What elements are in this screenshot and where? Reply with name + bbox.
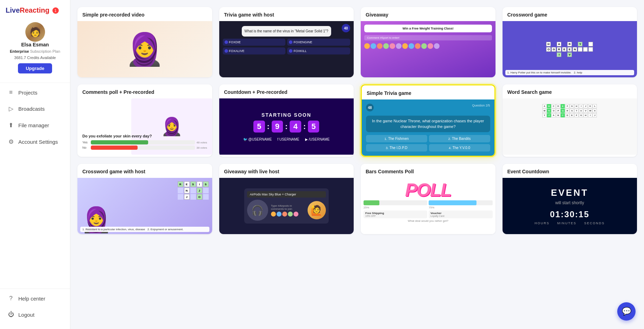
help-icon: ? [7, 295, 15, 302]
card-giveaway-live-host[interactable]: Giveaway with live host AirPods Max Sky … [219, 164, 354, 234]
card-title-giveaway: Giveaway [361, 7, 495, 21]
template-grid: Simple pre-recorded video 🧕 Trivia game … [77, 0, 637, 234]
card-event-countdown[interactable]: Event Countdown EVENT will start shortly… [503, 164, 637, 234]
card-trivia-host[interactable]: Trivia game with host 40 What is the nam… [219, 7, 354, 77]
card-thumb-simple-trivia: 48 Question 2/5 In the game Nuclear Thro… [362, 99, 494, 156]
card-simple-prerecorded[interactable]: Simple pre-recorded video 🧕 [77, 7, 212, 77]
upgrade-button[interactable]: Upgrade [18, 63, 52, 73]
card-crossword-game[interactable]: Crossword game H A R Y O G [503, 7, 637, 77]
sidebar-label-account-settings: Account Settings [18, 139, 58, 145]
logout-icon: ⏻ [7, 311, 15, 318]
sidebar-item-account-settings[interactable]: ⚙ Account Settings [0, 134, 70, 150]
card-thumb-bars-comments-poll: POLL 25% 75% [361, 178, 495, 234]
avatar: 🧑 [25, 22, 45, 42]
card-thumb-crossword-game: H A R Y O G R E E N [503, 21, 637, 77]
account-settings-icon: ⚙ [7, 138, 15, 146]
card-title-countdown-prerecorded: Countdown + Pre-recorded [219, 84, 354, 98]
card-thumb-trivia-host: 40 What is the name of the virus in "Met… [219, 21, 354, 77]
logo-wrap[interactable]: LiveReacting 1 [0, 6, 59, 14]
credits-text: 3681.7 Credits Available [14, 56, 56, 60]
card-title-trivia-host: Trivia game with host [219, 7, 354, 21]
card-thumb-giveaway-live-host: AirPods Max Sky Blue + Charger 🎧 Type #A… [219, 178, 354, 234]
sidebar-item-file-manager[interactable]: ⬆ File manager [0, 117, 70, 134]
card-thumb-event-countdown: EVENT will start shortly 01:30:15 HOURS … [503, 178, 637, 234]
card-simple-trivia[interactable]: Simple Trivia game 48 Question 2/5 In th… [361, 84, 495, 157]
sidebar-label-broadcasts: Broadcasts [18, 106, 45, 112]
card-title-bars-comments-poll: Bars Comments Poll [361, 164, 495, 178]
card-thumb-giveaway: Win a Free Weight Training Class! Commen… [361, 21, 495, 77]
projects-icon: ≡ [7, 89, 15, 96]
main-content: Simple pre-recorded video 🧕 Trivia game … [70, 0, 644, 329]
sidebar-bottom: ? Help center ⏻ Logout [0, 287, 70, 323]
broadcasts-icon: ▷ [7, 105, 15, 112]
sidebar-item-logout[interactable]: ⏻ Logout [0, 307, 70, 323]
chat-icon: 💬 [622, 307, 631, 316]
user-name: Elsa Esman [21, 42, 49, 47]
sidebar-label-logout: Logout [18, 312, 34, 318]
logo-text: LiveReacting [6, 6, 50, 14]
card-crossword-host[interactable]: Crossword game with host 🧕 R E S I S N J [77, 164, 212, 234]
sidebar-label-projects: Projects [18, 90, 37, 96]
sidebar-item-broadcasts[interactable]: ▷ Broadcasts [0, 101, 70, 117]
file-manager-icon: ⬆ [7, 122, 15, 129]
card-bars-comments-poll[interactable]: Bars Comments Poll POLL 25% 75% [361, 164, 495, 234]
card-title-simple-prerecorded: Simple pre-recorded video [77, 7, 212, 21]
card-thumb-crossword-host: 🧕 R E S I S N J J [77, 178, 212, 234]
card-comments-poll-prerecorded[interactable]: Comments poll + Pre-recorded 🧕 Do you ex… [77, 84, 212, 157]
card-thumb-simple-prerecorded: 🧕 [77, 21, 212, 77]
card-title-event-countdown: Event Countdown [503, 164, 637, 178]
subscription-text: Enterprise Subscription Plan [10, 49, 60, 54]
card-title-giveaway-live-host: Giveaway with live host [219, 164, 354, 178]
card-title-simple-trivia: Simple Trivia game [362, 85, 494, 99]
card-title-crossword-host: Crossword game with host [77, 164, 212, 178]
card-thumb-word-search: A B C D E F G H I J K L M N O [503, 98, 637, 155]
sidebar-item-help-center[interactable]: ? Help center [0, 290, 70, 307]
card-title-crossword-game: Crossword game [503, 7, 637, 21]
notification-badge: 1 [52, 7, 59, 14]
sidebar: LiveReacting 1 🧑 Elsa Esman Enterprise S… [0, 0, 70, 329]
chat-bubble[interactable]: 💬 [617, 302, 636, 321]
card-countdown-prerecorded[interactable]: Countdown + Pre-recorded STARTING SOON 5… [219, 84, 354, 157]
card-title-word-search: Word Search game [503, 84, 637, 98]
card-giveaway[interactable]: Giveaway Win a Free Weight Training Clas… [361, 7, 495, 77]
sidebar-label-file-manager: File manager [18, 122, 49, 128]
sidebar-label-help-center: Help center [18, 296, 45, 302]
card-title-comments-poll-prerecorded: Comments poll + Pre-recorded [77, 84, 212, 98]
card-thumb-comments-poll-prerecorded: 🧕 Do you exfoliate your skin every day? … [77, 98, 212, 155]
card-thumb-countdown-prerecorded: STARTING SOON 5 : 9 : 4 : 5 🐦 @USERNAME … [219, 98, 354, 155]
sidebar-item-projects[interactable]: ≡ Projects [0, 84, 70, 101]
card-word-search[interactable]: Word Search game A B C D E F G H I J K [503, 84, 637, 157]
